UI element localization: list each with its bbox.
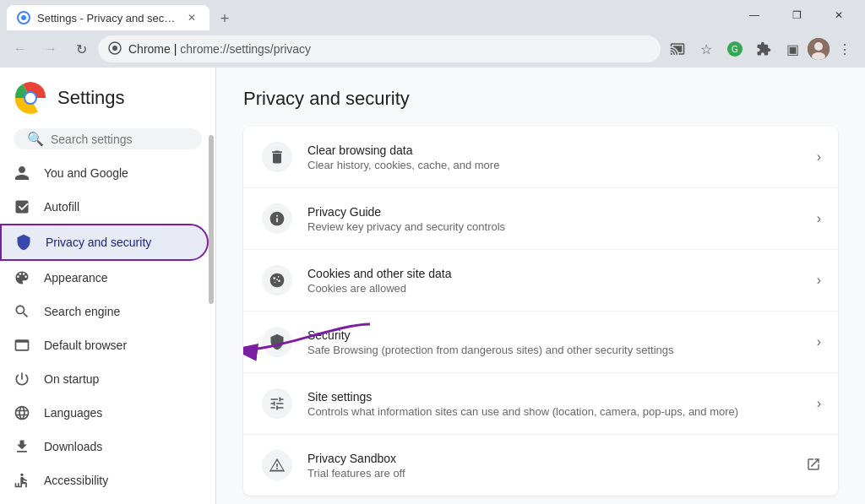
svg-point-16 [278,280,280,283]
item-icon-wrap [260,325,294,359]
item-content: Cookies and other site data Cookies are … [307,267,810,295]
tab-close-button[interactable]: ✕ [184,10,199,25]
item-icon-wrap [260,140,294,174]
sidebar-item-search-engine[interactable]: Search engine [0,295,209,328]
url-path: chrome://settings/privacy [180,42,311,56]
person-icon [14,165,30,182]
tab-area: Settings - Privacy and security ✕ + [7,0,728,30]
title-bar: Settings - Privacy and security ✕ + — ❐ … [0,0,865,30]
sidebar-item-autofill[interactable]: Autofill [0,190,209,224]
search-bar[interactable]: 🔍 [14,128,202,149]
svg-point-17 [275,282,276,284]
item-subtitle: Clear history, cookies, cache, and more [307,159,810,171]
toolbar-icons: ☆ G ▣ ⋮ [664,35,858,62]
sidebar-item-accessibility[interactable]: Accessibility [0,463,209,497]
page-title: Privacy and security [243,88,838,110]
settings-item-clear-browsing-data[interactable]: Clear browsing data Clear history, cooki… [243,127,838,188]
settings-item-security[interactable]: Security Safe Browsing (protection from … [243,312,838,373]
svg-point-15 [278,276,280,278]
sidebar-item-label: Search engine [44,305,120,318]
settings-item-site-settings[interactable]: Site settings Controls what information … [243,373,838,435]
item-subtitle: Cookies are allowed [307,282,810,295]
cast-icon[interactable] [664,35,691,62]
sidebar-item-on-startup[interactable]: On startup [0,362,209,396]
item-content: Privacy Sandbox Trial features are off [307,452,799,480]
minimize-button[interactable]: — [735,2,774,29]
close-button[interactable]: ✕ [819,2,858,29]
scrollbar-thumb[interactable] [209,135,214,304]
bookmark-icon[interactable]: ☆ [693,35,720,62]
tab-title: Settings - Privacy and security [37,12,177,24]
sidebar-item-languages[interactable]: Languages [0,396,209,430]
window-controls: — ❐ ✕ [735,2,858,29]
appearance-icon [14,269,30,286]
refresh-button[interactable]: ↻ [68,35,95,62]
forward-button[interactable]: → [37,35,64,62]
sidebar-item-you-and-google[interactable]: You and Google [0,156,209,190]
chevron-right-icon: › [817,211,821,226]
avatar[interactable] [808,38,830,60]
item-content: Clear browsing data Clear history, cooki… [307,144,810,171]
sidebar-item-label: On startup [44,372,99,386]
active-tab[interactable]: Settings - Privacy and security ✕ [7,5,209,30]
sidebar-item-default-browser[interactable]: Default browser [0,328,209,362]
google-account-icon[interactable]: G [721,35,748,62]
sidebar-item-privacy-and-security[interactable]: Privacy and security [0,224,209,261]
url-site: Chrome [128,42,171,56]
svg-point-14 [273,277,275,279]
extensions-icon[interactable] [750,35,777,62]
back-button[interactable]: ← [7,35,34,62]
scrollbar-track [209,68,214,504]
site-settings-icon [262,388,292,419]
search-engine-icon [14,303,30,320]
settings-item-cookies[interactable]: Cookies and other site data Cookies are … [243,250,838,312]
autofill-icon [14,198,30,215]
sidebar-item-appearance[interactable]: Appearance [0,261,209,295]
item-subtitle: Trial features are off [307,467,799,480]
settings-main: Privacy and security Clear browsing data… [216,68,865,504]
maximize-button[interactable]: ❐ [777,2,816,29]
item-title: Security [307,328,810,342]
new-tab-button[interactable]: + [213,7,237,30]
privacy-sandbox-icon [262,450,292,480]
tab-favicon [17,11,30,24]
sidebar-logo: Settings [0,74,215,128]
item-content: Security Safe Browsing (protection from … [307,328,810,356]
item-subtitle: Safe Browsing (protection from dangerous… [307,344,810,356]
sidebar-title: Settings [57,87,125,109]
on-startup-icon [14,371,30,387]
svg-point-12 [20,474,23,476]
shield-icon [15,234,32,251]
menu-icon[interactable]: ⋮ [831,35,858,62]
content-area: Settings 🔍 You and Google Autofill [0,68,865,504]
sidebar-item-label: You and Google [44,166,128,180]
sidebar-item-label: Appearance [44,271,108,285]
sidebar-item-label: Autofill [44,200,79,214]
address-bar: ← → ↻ Chrome | chrome://settings/privacy… [0,30,865,68]
sidebar-item-downloads[interactable]: Downloads [0,430,209,463]
chevron-right-icon: › [817,396,821,411]
languages-icon [14,404,30,421]
settings-item-privacy-sandbox[interactable]: Privacy Sandbox Trial features are off [243,435,838,496]
search-input[interactable] [51,133,188,146]
downloads-icon [14,438,30,455]
sidebar: Settings 🔍 You and Google Autofill [0,68,216,504]
item-title: Site settings [307,390,810,404]
item-icon-wrap [260,202,294,236]
sidebar-toggle-icon[interactable]: ▣ [779,35,806,62]
settings-card-privacy: Clear browsing data Clear history, cooki… [243,127,838,496]
url-bar[interactable]: Chrome | chrome://settings/privacy [98,35,661,62]
url-separator: | [171,42,180,56]
item-subtitle: Controls what information sites can use … [307,405,810,418]
security-shield-icon [262,327,292,357]
svg-text:G: G [732,45,738,54]
item-icon-wrap [260,448,294,482]
item-icon-wrap [260,263,294,297]
sidebar-item-label: Default browser [44,339,127,352]
settings-item-privacy-guide[interactable]: Privacy Guide Review key privacy and sec… [243,188,838,250]
privacy-guide-icon [262,203,292,234]
svg-point-18 [276,279,278,280]
svg-point-1 [21,15,26,20]
item-title: Privacy Sandbox [307,452,799,465]
sidebar-item-label: Languages [44,406,102,420]
